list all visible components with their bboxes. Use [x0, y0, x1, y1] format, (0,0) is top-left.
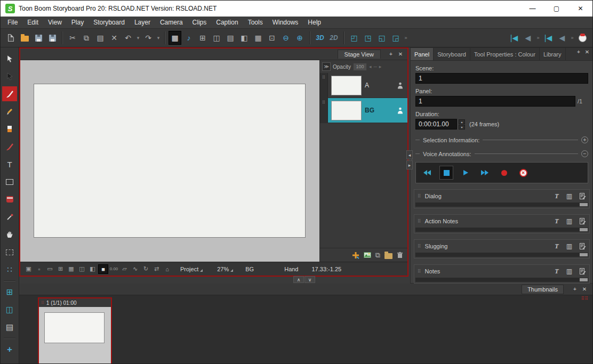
- layer-drag-handle[interactable]: ⠿: [320, 73, 328, 98]
- thumbnail-grid-button[interactable]: ⊞: [2, 285, 17, 300]
- redo-button[interactable]: ↷: [142, 31, 155, 45]
- maximize-button[interactable]: ▢: [544, 1, 568, 17]
- layout-rows-button[interactable]: ▤: [224, 31, 237, 45]
- menu-help[interactable]: Help: [303, 17, 326, 28]
- layer-panel-collapse-button[interactable]: ≫: [322, 62, 331, 71]
- thumbnails-close-view-button[interactable]: ✕: [581, 286, 588, 293]
- text-format-button[interactable]: T: [555, 242, 558, 250]
- tab-tool-properties-colour[interactable]: Tool Properties : Colour: [470, 48, 540, 60]
- save-button[interactable]: [32, 31, 45, 45]
- menu-clips[interactable]: Clips: [188, 17, 212, 28]
- layer-row-a[interactable]: ⠿ A: [320, 73, 407, 98]
- menu-storyboard[interactable]: Storyboard: [89, 17, 130, 28]
- add-bitmap-layer-button[interactable]: [364, 252, 371, 258]
- record-button[interactable]: [497, 166, 511, 180]
- text-format-button[interactable]: T: [555, 217, 558, 225]
- text-format-button[interactable]: T: [555, 268, 558, 276]
- tab-panel[interactable]: Panel: [411, 48, 434, 60]
- rewind-button[interactable]: [420, 166, 434, 180]
- previous-frame-button[interactable]: ◀: [522, 31, 534, 45]
- dialog-scrollbar[interactable]: [415, 203, 588, 207]
- thumbnails-view-toggle-button[interactable]: ▦: [169, 31, 181, 45]
- layout-boxed-button[interactable]: ⊡: [266, 31, 278, 45]
- splitter-expand-down-button[interactable]: ∨: [304, 276, 315, 283]
- layout-half-button[interactable]: ◧: [238, 31, 251, 45]
- scrollbar-thumb[interactable]: [580, 228, 588, 231]
- stage-canvas-zone[interactable]: [20, 60, 319, 262]
- menu-file[interactable]: File: [3, 17, 22, 28]
- select-tool-button[interactable]: [2, 51, 17, 66]
- stage-close-view-button[interactable]: ✕: [397, 51, 404, 58]
- proportion-toggle[interactable]: ◧: [87, 264, 98, 274]
- slugging-scrollbar[interactable]: [415, 253, 588, 257]
- tab-stage-view[interactable]: Stage View: [338, 50, 381, 59]
- camera-mask-toggle[interactable]: ▣: [23, 264, 34, 274]
- splitter-expand-up-button[interactable]: ∧: [293, 276, 304, 283]
- panel-number-input[interactable]: [415, 96, 575, 107]
- menu-caption[interactable]: Caption: [211, 17, 243, 28]
- voice-annotations-collapse-button[interactable]: −: [581, 150, 588, 157]
- edit-caption-button[interactable]: [580, 268, 586, 274]
- menu-windows[interactable]: Windows: [268, 17, 303, 28]
- duplicate-layer-button[interactable]: ⧉: [375, 251, 380, 260]
- tab-thumbnails[interactable]: Thumbnails: [522, 285, 564, 294]
- section-drag-handle[interactable]: ⠿: [418, 269, 422, 274]
- text-tool-button[interactable]: T: [2, 157, 17, 172]
- undo-button[interactable]: ↶: [122, 31, 134, 45]
- caption-book-button[interactable]: ▥: [566, 217, 572, 225]
- layer-drag-handle[interactable]: ⠿: [320, 98, 328, 123]
- layer-row-bg[interactable]: ⠿ BG: [320, 98, 407, 123]
- navigation-overflow-button[interactable]: »: [570, 31, 575, 45]
- fast-forward-button[interactable]: [478, 166, 492, 180]
- close-button[interactable]: ✕: [568, 1, 592, 17]
- light-table-toggle[interactable]: ■: [98, 264, 108, 274]
- tab-storyboard[interactable]: Storyboard: [434, 48, 470, 60]
- opacity-increase-icon[interactable]: ▸: [379, 64, 382, 69]
- grid-toggle[interactable]: ▦: [66, 264, 76, 274]
- group-layer-button[interactable]: [384, 252, 392, 259]
- caption-book-button[interactable]: ▥: [566, 268, 572, 275]
- cut-button[interactable]: ✂: [66, 31, 79, 45]
- selection-information-expand-button[interactable]: +: [581, 136, 588, 143]
- stage-add-view-button[interactable]: +: [387, 51, 395, 58]
- split-panel-button[interactable]: ◨: [2, 360, 17, 364]
- transform-tool-button[interactable]: [2, 69, 17, 84]
- timecode-toggle[interactable]: 0.00: [109, 264, 119, 274]
- zoom-in-button[interactable]: ⊕: [293, 31, 306, 45]
- thumbnail-preview[interactable]: [44, 312, 105, 343]
- previous-panel-button[interactable]: ◀: [556, 31, 568, 45]
- sound-scrub-toggle[interactable]: ∿: [130, 264, 140, 274]
- open-project-button[interactable]: [18, 31, 31, 45]
- menu-camera[interactable]: Camera: [155, 17, 188, 28]
- play-button[interactable]: [459, 166, 472, 180]
- layer-list-button[interactable]: ▤: [2, 320, 17, 335]
- caption-book-button[interactable]: ▥: [566, 192, 572, 200]
- redo-dropdown-button[interactable]: ▾: [156, 31, 161, 45]
- drawing-canvas[interactable]: [34, 84, 306, 238]
- scrollbar-thumb[interactable]: [580, 253, 588, 256]
- reposition-tool-button[interactable]: [2, 245, 17, 260]
- multi-point-tool-button[interactable]: ∷: [2, 262, 17, 277]
- panel-collapse-right-button[interactable]: ▸: [406, 160, 413, 169]
- delete-layer-button[interactable]: [397, 252, 403, 258]
- menu-edit[interactable]: Edit: [22, 17, 43, 28]
- camera-corner-tl-button[interactable]: ◰: [348, 31, 360, 45]
- section-drag-handle[interactable]: ⠿: [418, 219, 422, 224]
- menu-tools[interactable]: Tools: [243, 17, 268, 28]
- layer-thumbnail[interactable]: [331, 76, 362, 95]
- add-vector-layer-button[interactable]: [352, 252, 359, 259]
- swap-view-button[interactable]: ⇄: [151, 264, 162, 274]
- panel-add-view-button[interactable]: +: [575, 48, 582, 55]
- camera-corner-bl-button[interactable]: ◱: [375, 31, 388, 45]
- duration-input[interactable]: [415, 119, 457, 130]
- camera-corner-tr-button[interactable]: ◳: [362, 31, 374, 45]
- caption-book-button[interactable]: ▥: [566, 242, 572, 250]
- thumbnails-scroll-grip[interactable]: ⠿⠿: [581, 296, 588, 301]
- playback-overflow-button[interactable]: »: [535, 31, 541, 45]
- add-panel-button[interactable]: +: [2, 342, 17, 357]
- layout-table-button[interactable]: ▦: [252, 31, 265, 45]
- layer-thumbnail[interactable]: [331, 101, 362, 120]
- scene-input[interactable]: [415, 73, 588, 84]
- colour-swap-tool-button[interactable]: [2, 192, 17, 207]
- layout-grid-button[interactable]: ⊞: [196, 31, 209, 45]
